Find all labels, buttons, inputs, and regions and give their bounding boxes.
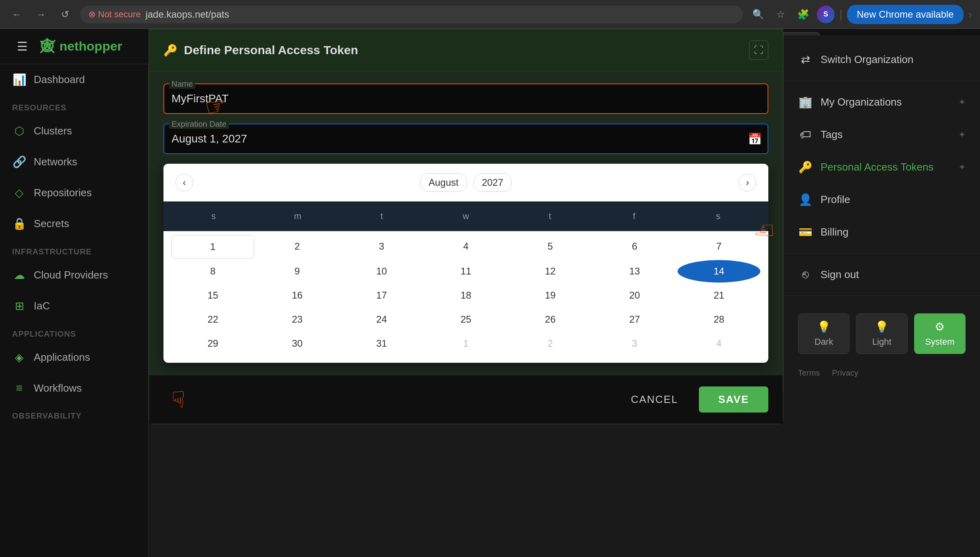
my-organizations-item[interactable]: 🏢 My Organizations ✦ [784,86,980,118]
sidebar-item-iac[interactable]: ⊞ IaC [0,291,148,321]
calendar-day-12[interactable]: 12 [509,260,592,283]
sidebar-item-workflows[interactable]: ≡ Workflows [0,373,148,403]
dialog-expand-button[interactable]: ⛶ [749,41,768,60]
expiry-label: Expiration Date [169,120,229,129]
app-container: ☰ 🕸 nethopper ✦ ✦ New ▾ ⬡ Network Contex… [0,29,980,557]
calendar-day-22[interactable]: 22 [172,308,254,331]
calendar-day-28[interactable]: 28 [678,308,760,331]
reload-button[interactable]: ↺ [56,6,74,23]
billing-item[interactable]: 💳 Billing [784,216,980,248]
sidebar-item-dashboard[interactable]: 📊 Dashboard [0,64,148,95]
calendar-day-4[interactable]: 4 [425,235,507,258]
calendar-day-19[interactable]: 19 [509,284,592,307]
calendar-day-2[interactable]: 2 [509,332,592,355]
signout-label: Sign out [821,268,859,281]
calendar-day-27[interactable]: 27 [593,308,676,331]
calendar-day-14[interactable]: 14 [678,260,760,283]
sidebar-item-cloud-providers[interactable]: ☁ Cloud Providers [0,260,148,291]
theme-buttons: 💡 Dark 💡 Light ⚙ System [798,313,966,354]
calendar-day-3[interactable]: 3 [340,235,423,258]
right-panel: ⇄ Switch Organization 🏢 My Organizations… [783,35,980,392]
light-theme-label: Light [872,337,892,347]
sign-out-item[interactable]: ⎋ Sign out [784,258,980,291]
calendar-popup: ‹ August 2027 › s m t w [163,164,768,363]
calendar-day-11[interactable]: 11 [425,260,507,283]
profile-icon-btn[interactable]: S [817,6,835,23]
bookmark-icon-btn[interactable]: ☆ [772,6,790,23]
calendar-day-2[interactable]: 2 [256,235,339,258]
profile-item[interactable]: 👤 Profile [784,183,980,216]
calendar-day-21[interactable]: 21 [678,284,760,307]
sidebar-item-applications[interactable]: ◈ Applications [0,342,148,373]
theme-dark-button[interactable]: 💡 Dark [798,313,849,354]
calendar-day-23[interactable]: 23 [256,308,339,331]
calendar-day-15[interactable]: 15 [172,284,254,307]
cancel-button[interactable]: CANCEL [618,386,691,413]
logo-icon: 🕸 [40,38,55,55]
panel-divider-3 [784,295,980,296]
my-orgs-icon: 🏢 [798,96,813,109]
dialog-footer: ☟ CANCEL SAVE [149,375,783,424]
dark-theme-label: Dark [815,337,833,347]
search-icon-btn[interactable]: 🔍 [749,6,767,23]
calendar-day-1[interactable]: 1 [425,332,507,355]
sidebar-cloud-providers-label: Cloud Providers [34,269,108,281]
sidebar-item-repositories[interactable]: ◇ Repositories [0,177,148,208]
address-bar[interactable]: ⊗ Not secure jade.kaops.net/pats [80,6,743,23]
new-chrome-button[interactable]: New Chrome available [847,5,963,24]
calendar-day-7[interactable]: 7 [678,235,760,258]
sidebar-item-clusters[interactable]: ⬡ Clusters [0,116,148,146]
calendar-day-6[interactable]: 6 [593,235,676,258]
browser-actions: 🔍 ☆ 🧩 S | New Chrome available › [749,5,972,24]
calendar-days: 1234567891011121314151617181920212223242… [163,231,768,363]
privacy-link[interactable]: Privacy [832,368,858,378]
calendar-day-31[interactable]: 31 [340,332,423,355]
calendar-day-30[interactable]: 30 [256,332,339,355]
save-button[interactable]: SAVE [699,386,768,413]
calendar-prev-button[interactable]: ‹ [176,174,193,191]
tags-item[interactable]: 🏷 Tags ✦ [784,118,980,151]
calendar-icon[interactable]: 📅 [748,132,762,146]
theme-light-button[interactable]: 💡 Light [856,313,907,354]
forward-button[interactable]: → [32,6,50,23]
system-theme-label: System [925,337,954,347]
pin-icon-tags: ✦ [958,130,966,140]
hamburger-button[interactable]: ☰ [12,37,32,57]
calendar-month-button[interactable]: August [420,173,467,192]
back-button[interactable]: ← [8,6,26,23]
calendar-day-10[interactable]: 10 [340,260,423,283]
calendar-day-20[interactable]: 20 [593,284,676,307]
theme-system-button[interactable]: ⚙ System [914,313,966,354]
sidebar-observability-section: OBSERVABILITY [0,403,148,424]
calendar-day-17[interactable]: 17 [340,284,423,307]
calendar-day-25[interactable]: 25 [425,308,507,331]
calendar-day-24[interactable]: 24 [340,308,423,331]
calendar-day-16[interactable]: 16 [256,284,339,307]
dialog-header: 🔑 Define Personal Access Token ⛶ [149,29,783,71]
calendar-day-3[interactable]: 3 [593,332,676,355]
extension-icon-btn[interactable]: 🧩 [794,6,812,23]
calendar-day-4[interactable]: 4 [678,332,760,355]
name-input[interactable] [163,83,768,114]
expiry-input[interactable] [163,124,768,154]
pat-icon: 🔑 [798,161,813,174]
calendar-day-26[interactable]: 26 [509,308,592,331]
sidebar-item-secrets[interactable]: 🔒 Secrets [0,208,148,239]
networks-icon: 🔗 [12,155,27,169]
calendar-day-13[interactable]: 13 [593,260,676,283]
switch-org-icon: ⇄ [798,53,813,66]
terms-link[interactable]: Terms [798,368,820,378]
calendar-next-button[interactable]: › [739,174,756,191]
calendar-day-5[interactable]: 5 [509,235,592,258]
calendar-day-29[interactable]: 29 [172,332,254,355]
switch-organization-item[interactable]: ⇄ Switch Organization [784,43,980,76]
calendar-day-18[interactable]: 18 [425,284,507,307]
personal-access-tokens-item[interactable]: 🔑 Personal Access Tokens ✦ [784,151,980,183]
calendar-day-9[interactable]: 9 [256,260,339,283]
calendar-day-1[interactable]: 1 [172,235,254,258]
sidebar-item-networks[interactable]: 🔗 Networks [0,146,148,177]
calendar-day-8[interactable]: 8 [172,260,254,283]
name-label: Name [169,79,195,89]
calendar-year-button[interactable]: 2027 [474,173,512,192]
signout-icon: ⎋ [798,268,813,281]
